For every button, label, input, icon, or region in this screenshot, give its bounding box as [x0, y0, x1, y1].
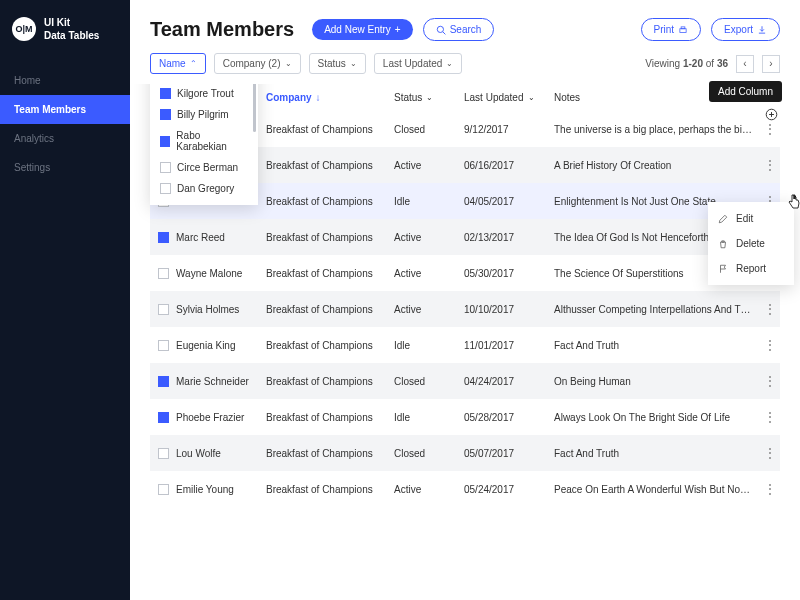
cell-notes: A Brief History Of Creation	[554, 160, 760, 171]
checkbox-icon[interactable]	[160, 162, 171, 173]
cell-updated: 11/01/2017	[464, 340, 554, 351]
filter-company[interactable]: Company (2) ⌄	[214, 53, 301, 74]
dd-item[interactable]: Dan Gregory	[150, 178, 258, 199]
chevron-down-icon: ⌄	[426, 93, 433, 102]
sidebar: O|M UI Kit Data Tables Home Team Members…	[0, 0, 130, 600]
pencil-icon	[718, 214, 728, 224]
cm-report[interactable]: Report	[708, 256, 794, 281]
plus-icon: +	[395, 24, 401, 35]
print-button[interactable]: Print	[641, 18, 702, 41]
dd-item[interactable]: Circe Berman	[150, 157, 258, 178]
cm-delete[interactable]: Delete	[708, 231, 794, 256]
add-column-button[interactable]	[764, 107, 778, 121]
prev-page-button[interactable]: ‹	[736, 55, 754, 73]
cell-company: Breakfast of Champions	[266, 376, 394, 387]
page-title: Team Members	[150, 18, 294, 41]
cell-updated: 04/05/2017	[464, 196, 554, 207]
table-row[interactable]: Marc ReedBreakfast of ChampionsActive02/…	[150, 219, 780, 255]
cell-status: Idle	[394, 340, 464, 351]
table-row[interactable]: Sylvia HolmesBreakfast of ChampionsActiv…	[150, 291, 780, 327]
row-checkbox[interactable]	[158, 484, 169, 495]
filter-last-updated[interactable]: Last Updated ⌄	[374, 53, 463, 74]
row-menu-button[interactable]: ⋮	[763, 121, 777, 137]
brand: O|M UI Kit Data Tables	[0, 0, 130, 58]
cm-edit[interactable]: Edit	[708, 206, 794, 231]
nav-home[interactable]: Home	[0, 66, 130, 95]
table-row[interactable]: Emilie YoungBreakfast of ChampionsActive…	[150, 471, 780, 507]
cell-company: Breakfast of Champions	[266, 124, 394, 135]
chevron-down-icon: ⌄	[446, 59, 453, 68]
add-entry-button[interactable]: Add New Entry +	[312, 19, 413, 40]
row-checkbox[interactable]	[158, 232, 169, 243]
row-menu-button[interactable]: ⋮	[763, 337, 777, 353]
checkbox-icon[interactable]	[160, 136, 170, 147]
cell-updated: 05/30/2017	[464, 268, 554, 279]
cell-status: Active	[394, 484, 464, 495]
dd-item[interactable]: Billy Pilgrim	[150, 104, 258, 125]
export-label: Export	[724, 24, 753, 35]
next-page-button[interactable]: ›	[762, 55, 780, 73]
nav-settings[interactable]: Settings	[0, 153, 130, 182]
cell-notes: On Being Human	[554, 376, 760, 387]
row-checkbox[interactable]	[158, 268, 169, 279]
filter-name[interactable]: Name ⌃	[150, 53, 206, 74]
logo-icon: O|M	[12, 17, 36, 41]
table-row[interactable]: Phoebe FrazierBreakfast of ChampionsIdle…	[150, 399, 780, 435]
cell-notes: Peace On Earth A Wonderful Wish But No W…	[554, 484, 760, 495]
col-company[interactable]: Company ↓	[266, 92, 394, 103]
row-checkbox[interactable]	[158, 304, 169, 315]
table-row[interactable]: Eugenia KingBreakfast of ChampionsIdle11…	[150, 327, 780, 363]
row-menu-button[interactable]: ⋮	[763, 409, 777, 425]
row-context-menu[interactable]: Edit Delete Report	[708, 202, 794, 285]
dd-item[interactable]: Rabo Karabekian	[150, 125, 258, 157]
table-row[interactable]: Marie SchneiderBreakfast of ChampionsClo…	[150, 363, 780, 399]
checkbox-icon[interactable]	[160, 109, 171, 120]
dd-item[interactable]: Kilgore Trout	[150, 84, 258, 104]
table: Name Company ↓ Status ⌄ Last Updated ⌄ N…	[130, 84, 800, 600]
cell-company: Breakfast of Champions	[266, 196, 394, 207]
checkbox-icon[interactable]	[160, 88, 171, 99]
nav-analytics[interactable]: Analytics	[0, 124, 130, 153]
row-menu-button[interactable]: ⋮	[763, 373, 777, 389]
row-menu-button[interactable]: ⋮	[763, 481, 777, 497]
row-menu-button[interactable]: ⋮	[763, 445, 777, 461]
cell-updated: 06/16/2017	[464, 160, 554, 171]
svg-point-0	[437, 26, 443, 32]
cell-notes: Fact And Truth	[554, 340, 760, 351]
search-icon	[436, 25, 446, 35]
filters-row: Name ⌃ Company (2) ⌄ Status ⌄ Last Updat…	[130, 53, 800, 84]
row-checkbox[interactable]	[158, 412, 169, 423]
table-row[interactable]: Lou WolfeBreakfast of ChampionsClosed05/…	[150, 435, 780, 471]
cell-status: Active	[394, 232, 464, 243]
cell-status: Active	[394, 268, 464, 279]
filter-status[interactable]: Status ⌄	[309, 53, 366, 74]
cell-company: Breakfast of Champions	[266, 484, 394, 495]
row-menu-button[interactable]: ⋮	[763, 157, 777, 173]
cell-company: Breakfast of Champions	[266, 160, 394, 171]
name-filter-dropdown[interactable]: Select All Kilgore Trout Billy Pilgrim R…	[150, 84, 258, 205]
sort-down-icon: ↓	[316, 92, 321, 103]
cell-company: Breakfast of Champions	[266, 304, 394, 315]
col-updated[interactable]: Last Updated ⌄	[464, 92, 554, 103]
row-menu-button[interactable]: ⋮	[763, 301, 777, 317]
table-row[interactable]: Wayne MaloneBreakfast of ChampionsActive…	[150, 255, 780, 291]
export-button[interactable]: Export	[711, 18, 780, 41]
row-checkbox[interactable]	[158, 376, 169, 387]
cell-company: Breakfast of Champions	[266, 448, 394, 459]
search-button[interactable]: Search	[423, 18, 495, 41]
row-checkbox[interactable]	[158, 340, 169, 351]
row-checkbox[interactable]	[158, 448, 169, 459]
search-label: Search	[450, 24, 482, 35]
nav-team-members[interactable]: Team Members	[0, 95, 130, 124]
main: Team Members Add New Entry + Search Prin…	[130, 0, 800, 600]
cell-updated: 05/24/2017	[464, 484, 554, 495]
checkbox-icon[interactable]	[160, 183, 171, 194]
svg-rect-2	[680, 28, 686, 32]
cell-notes: The universe is a big place, perhaps the…	[554, 124, 760, 135]
cell-status: Active	[394, 160, 464, 171]
cell-status: Idle	[394, 412, 464, 423]
cell-name: Marie Schneider	[176, 376, 266, 387]
filter-name-label: Name	[159, 58, 186, 69]
dropdown-scrollbar[interactable]	[253, 84, 256, 132]
col-status[interactable]: Status ⌄	[394, 92, 464, 103]
